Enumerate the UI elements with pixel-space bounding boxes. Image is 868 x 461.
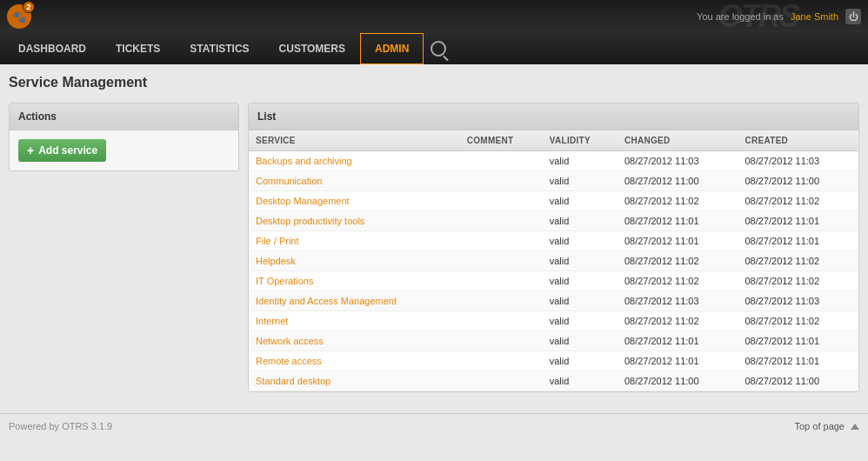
- cell-changed: 08/27/2012 11:01: [618, 211, 738, 231]
- cell-service[interactable]: File / Print: [249, 231, 460, 251]
- cell-service[interactable]: Desktop Management: [249, 191, 460, 211]
- service-link[interactable]: Standard desktop: [256, 376, 331, 386]
- cell-service[interactable]: Standard desktop: [249, 371, 460, 391]
- cell-service[interactable]: Desktop productivity tools: [249, 211, 460, 231]
- cell-service[interactable]: IT Operations: [249, 271, 460, 291]
- cell-changed: 08/27/2012 11:02: [618, 311, 738, 331]
- sidebar: Actions + Add service: [9, 103, 239, 392]
- cell-service[interactable]: Internet: [249, 311, 460, 331]
- cell-created: 08/27/2012 11:01: [738, 211, 858, 231]
- cell-validity: valid: [543, 211, 618, 231]
- cell-validity: valid: [543, 371, 618, 391]
- table-row: Desktop Managementvalid08/27/2012 11:020…: [249, 191, 858, 211]
- top-arrow-icon: [851, 424, 859, 430]
- nav-search-button[interactable]: [424, 33, 453, 64]
- list-section: List SERVICE COMMENT VALIDITY CHANGED CR…: [248, 103, 859, 392]
- cell-validity: valid: [543, 351, 618, 371]
- add-service-label: Add service: [38, 144, 97, 157]
- notification-badge: 2: [23, 1, 35, 13]
- footer: Powered by OTRS 3.1.9 Top of page: [0, 413, 868, 438]
- table-row: File / Printvalid08/27/2012 11:0108/27/2…: [249, 231, 858, 251]
- cell-service[interactable]: Remote access: [249, 351, 460, 371]
- service-link[interactable]: Desktop productivity tools: [256, 216, 364, 226]
- cell-comment: [460, 331, 543, 351]
- user-info: You are logged in as Jane Smith ⏻: [697, 9, 861, 24]
- cell-validity: valid: [543, 331, 618, 351]
- cell-created: 08/27/2012 11:01: [738, 351, 858, 371]
- table-row: Remote accessvalid08/27/2012 11:0108/27/…: [249, 351, 858, 371]
- cell-validity: valid: [543, 291, 618, 311]
- nav-customers[interactable]: CUSTOMERS: [264, 33, 360, 64]
- cell-service[interactable]: Communication: [249, 171, 460, 191]
- nav-tickets[interactable]: TICKETS: [101, 33, 175, 64]
- cell-comment: [460, 171, 543, 191]
- cell-comment: [460, 311, 543, 331]
- nav-bar: DASHBOARD TICKETS STATISTICS CUSTOMERS A…: [0, 33, 868, 64]
- cell-comment: [460, 291, 543, 311]
- cell-changed: 08/27/2012 11:01: [618, 351, 738, 371]
- list-area: List SERVICE COMMENT VALIDITY CHANGED CR…: [248, 103, 859, 392]
- cell-comment: [460, 271, 543, 291]
- cell-validity: valid: [543, 231, 618, 251]
- cell-changed: 08/27/2012 11:02: [618, 251, 738, 271]
- cell-comment: [460, 371, 543, 391]
- cell-created: 08/27/2012 11:02: [738, 271, 858, 291]
- cell-created: 08/27/2012 11:00: [738, 171, 858, 191]
- actions-section-title: Actions: [10, 104, 238, 130]
- cell-validity: valid: [543, 251, 618, 271]
- cell-service[interactable]: Backups and archiving: [249, 151, 460, 171]
- service-link[interactable]: Communication: [256, 176, 322, 186]
- service-link[interactable]: Remote access: [256, 356, 322, 366]
- nav-statistics[interactable]: STATISTICS: [175, 33, 264, 64]
- cell-created: 08/27/2012 11:02: [738, 191, 858, 211]
- cell-created: 08/27/2012 11:03: [738, 291, 858, 311]
- cell-validity: valid: [543, 191, 618, 211]
- cell-service[interactable]: Identity and Access Management: [249, 291, 460, 311]
- table-row: Helpdeskvalid08/27/2012 11:0208/27/2012 …: [249, 251, 858, 271]
- service-link[interactable]: Helpdesk: [256, 256, 296, 266]
- service-link[interactable]: File / Print: [256, 236, 299, 246]
- service-link[interactable]: Desktop Management: [256, 196, 350, 206]
- top-of-page-link[interactable]: Top of page: [795, 421, 860, 431]
- powered-by-text: Powered by OTRS 3.1.9: [9, 421, 112, 431]
- cell-validity: valid: [543, 151, 618, 171]
- service-link[interactable]: IT Operations: [256, 276, 313, 286]
- table-row: Identity and Access Managementvalid08/27…: [249, 291, 858, 311]
- cell-changed: 08/27/2012 11:01: [618, 331, 738, 351]
- services-table: SERVICE COMMENT VALIDITY CHANGED CREATED…: [249, 130, 858, 391]
- user-avatar[interactable]: 🐾 2: [7, 4, 31, 29]
- cell-validity: valid: [543, 271, 618, 291]
- plus-icon: +: [27, 144, 34, 157]
- service-link[interactable]: Internet: [256, 316, 288, 326]
- add-service-button[interactable]: + Add service: [18, 139, 106, 162]
- cell-validity: valid: [543, 171, 618, 191]
- cell-comment: [460, 191, 543, 211]
- table-row: Standard desktopvalid08/27/2012 11:0008/…: [249, 371, 858, 391]
- cell-changed: 08/27/2012 11:02: [618, 191, 738, 211]
- cell-created: 08/27/2012 11:01: [738, 231, 858, 251]
- top-bar: 🐾 2 OTRS You are logged in as Jane Smith…: [0, 0, 868, 33]
- list-section-title: List: [249, 104, 858, 130]
- sidebar-body: + Add service: [10, 130, 238, 170]
- nav-dashboard[interactable]: DASHBOARD: [3, 33, 101, 64]
- username-text: Jane Smith: [791, 11, 838, 22]
- service-link[interactable]: Backups and archiving: [256, 156, 352, 166]
- top-of-page-label: Top of page: [795, 421, 845, 431]
- nav-admin[interactable]: ADMIN: [360, 33, 424, 64]
- top-bar-left: 🐾 2: [7, 4, 31, 29]
- table-row: Communicationvalid08/27/2012 11:0008/27/…: [249, 171, 858, 191]
- cell-service[interactable]: Helpdesk: [249, 251, 460, 271]
- main-layout: Actions + Add service List SERVICE CO: [9, 103, 859, 392]
- cell-comment: [460, 211, 543, 231]
- cell-created: 08/27/2012 11:01: [738, 331, 858, 351]
- cell-comment: [460, 151, 543, 171]
- logout-button[interactable]: ⏻: [845, 9, 861, 24]
- cell-service[interactable]: Network access: [249, 331, 460, 351]
- col-validity: VALIDITY: [543, 130, 618, 151]
- cell-changed: 08/27/2012 11:01: [618, 231, 738, 251]
- service-link[interactable]: Network access: [256, 336, 324, 346]
- cell-created: 08/27/2012 11:00: [738, 371, 858, 391]
- cell-comment: [460, 251, 543, 271]
- service-link[interactable]: Identity and Access Management: [256, 296, 397, 306]
- col-comment: COMMENT: [460, 130, 543, 151]
